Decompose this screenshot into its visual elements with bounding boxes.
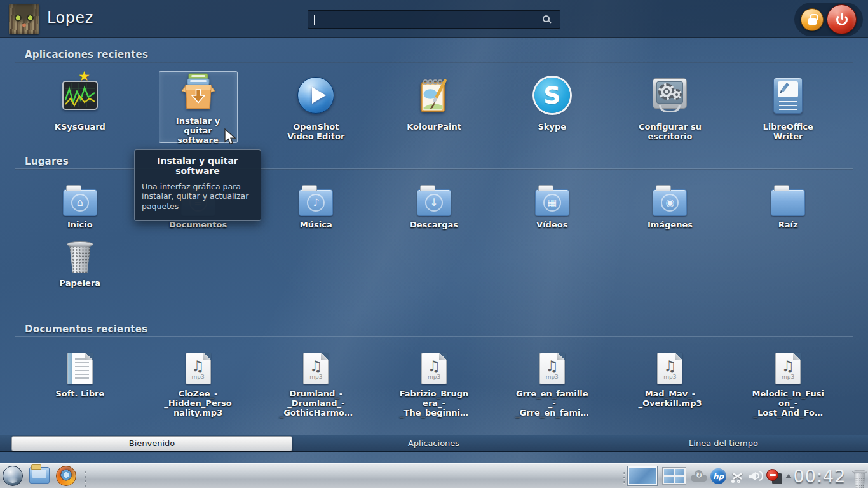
app-item-system-settings[interactable]: Configurar su escritorio bbox=[611, 71, 729, 143]
place-label: Papelera bbox=[60, 278, 101, 288]
doc-item-melodic[interactable]: ♫mp3 Melodic_In_Fusi on_- _Lost_And_Fo… bbox=[729, 351, 847, 424]
mp3-file-icon: ♫mp3 bbox=[775, 353, 801, 384]
user-avatar[interactable] bbox=[9, 4, 39, 34]
lock-icon bbox=[808, 18, 817, 25]
doc-item-mad-mav[interactable]: ♫mp3 Mad_Mav_- _Overkill.mp3 bbox=[611, 351, 729, 424]
app-label: Skype bbox=[538, 122, 566, 132]
volume-icon[interactable] bbox=[749, 470, 764, 482]
doc-item-fabrizio[interactable]: ♫mp3 Fabrizio_Brugn era_- _The_beginni… bbox=[375, 351, 493, 424]
doc-item-soft-libre[interactable]: Soft. Libre bbox=[21, 351, 139, 424]
libreoffice-writer-icon bbox=[773, 78, 803, 114]
folder-music-icon: ♪ bbox=[299, 189, 333, 216]
top-bar: Lopez bbox=[0, 0, 868, 38]
clipboard-scissors-icon[interactable] bbox=[731, 470, 743, 483]
mp3-file-icon: ♫mp3 bbox=[303, 353, 329, 384]
text-caret bbox=[314, 15, 315, 25]
doc-item-grre[interactable]: ♫mp3 Grre_en_famille _- _Grre_en_fami… bbox=[493, 351, 611, 424]
panel-handle[interactable] bbox=[85, 471, 86, 487]
expand-tray-icon[interactable] bbox=[785, 474, 792, 478]
app-label: Configurar su escritorio bbox=[639, 122, 702, 141]
place-label: Documentos bbox=[169, 220, 227, 229]
taskbar: ↻ hp 00:42 bbox=[0, 463, 868, 488]
place-label: Música bbox=[300, 220, 332, 229]
kolourpaint-icon bbox=[417, 76, 451, 114]
doc-label: Mad_Mav_- _Overkill.mp3 bbox=[638, 389, 702, 408]
app-label: LibreOffice Writer bbox=[763, 122, 813, 141]
search-icon bbox=[543, 15, 550, 22]
app-item-kolourpaint[interactable]: KolourPaint bbox=[375, 71, 493, 143]
folder-downloads-icon: ↓ bbox=[417, 189, 451, 216]
places-grid-row2: Papelera bbox=[21, 239, 847, 292]
folder-home-icon: ⌂ bbox=[63, 189, 97, 216]
mp3-file-icon: ♫mp3 bbox=[421, 353, 447, 384]
place-label: Raíz bbox=[778, 220, 798, 229]
separator bbox=[15, 336, 853, 337]
app-label: OpenShot Video Editor bbox=[287, 122, 344, 141]
tab-aplicaciones[interactable]: Aplicaciones bbox=[289, 438, 578, 448]
place-item-root[interactable]: Raíz bbox=[729, 179, 847, 231]
separator bbox=[15, 62, 853, 63]
search-input[interactable] bbox=[308, 11, 560, 28]
app-item-libreoffice-writer[interactable]: LibreOffice Writer bbox=[729, 71, 847, 143]
virtual-desktop-1[interactable] bbox=[628, 466, 657, 485]
openshot-icon bbox=[297, 77, 334, 114]
trash-icon bbox=[67, 241, 93, 274]
place-item-downloads[interactable]: ↓ Descargas bbox=[375, 179, 493, 231]
hp-device-icon[interactable]: hp bbox=[710, 468, 726, 484]
tooltip: Instalar y quitar software Una interfaz … bbox=[134, 149, 261, 221]
favorite-star-icon: ★ bbox=[78, 69, 90, 84]
app-item-install-software[interactable]: Instalar y quitar software bbox=[139, 71, 257, 143]
tooltip-title: Instalar y quitar software bbox=[142, 156, 254, 176]
section-title-recent-apps: Aplicaciones recientes bbox=[25, 49, 148, 60]
doc-label: Soft. Libre bbox=[55, 389, 104, 398]
desktop: { "topbar": { "username": "Lopez", "sear… bbox=[0, 0, 868, 488]
firefox-icon[interactable] bbox=[56, 466, 76, 486]
virtual-desktop-2[interactable] bbox=[662, 467, 686, 485]
mouse-cursor bbox=[224, 128, 238, 147]
search-box[interactable] bbox=[308, 10, 560, 29]
app-item-ksysguard[interactable]: ★ KSysGuard bbox=[21, 71, 139, 143]
app-launcher-icon[interactable] bbox=[3, 466, 23, 486]
place-item-images[interactable]: ◉ Imágenes bbox=[611, 179, 729, 231]
do-not-disturb-icon[interactable] bbox=[766, 469, 782, 484]
app-label: Instalar y quitar software bbox=[176, 116, 220, 145]
doc-label: Drumland_- _Drumland_- _GothicHarmo… bbox=[280, 389, 353, 417]
place-item-trash[interactable]: Papelera bbox=[21, 239, 139, 292]
recent-docs-grid: Soft. Libre ♫mp3 CloZee_- _Hidden_Perso … bbox=[21, 351, 847, 424]
doc-item-clozee[interactable]: ♫mp3 CloZee_- _Hidden_Perso nality.mp3 bbox=[139, 351, 257, 424]
mp3-file-icon: ♫mp3 bbox=[539, 353, 565, 384]
doc-label: Grre_en_famille _- _Grre_en_fami… bbox=[515, 389, 588, 417]
clock[interactable]: 00:42 bbox=[793, 466, 846, 486]
app-label: KolourPaint bbox=[407, 122, 461, 132]
place-item-home[interactable]: ⌂ Inicio bbox=[21, 179, 139, 231]
place-label: Inicio bbox=[67, 220, 93, 229]
panel-handle[interactable] bbox=[623, 472, 625, 483]
folder-videos-icon: ▦ bbox=[535, 189, 569, 216]
place-item-music[interactable]: ♪ Música bbox=[257, 179, 375, 231]
recent-apps-grid: ★ KSysGuard bbox=[21, 71, 847, 143]
section-title-places: Lugares bbox=[25, 156, 69, 167]
app-item-openshot[interactable]: OpenShot Video Editor bbox=[257, 71, 375, 143]
tab-linea-del-tiempo[interactable]: Línea del tiempo bbox=[579, 438, 868, 448]
app-item-skype[interactable]: S Skype bbox=[493, 71, 611, 143]
place-label: Vídeos bbox=[536, 220, 567, 229]
place-item-videos[interactable]: ▦ Vídeos bbox=[493, 179, 611, 231]
section-title-recent-docs: Documentos recientes bbox=[25, 323, 147, 335]
text-document-icon bbox=[67, 353, 93, 384]
folder-images-icon: ◉ bbox=[653, 189, 687, 216]
username: Lopez bbox=[47, 9, 93, 27]
file-manager-icon[interactable] bbox=[29, 467, 50, 484]
lock-button[interactable] bbox=[801, 8, 824, 31]
tooltip-body: Una interfaz gráfica para instalar, quit… bbox=[142, 182, 254, 211]
doc-item-drumland[interactable]: ♫mp3 Drumland_- _Drumland_- _GothicHarmo… bbox=[257, 351, 375, 424]
session-buttons bbox=[794, 3, 863, 36]
place-label: Descargas bbox=[410, 220, 458, 229]
mp3-file-icon: ♫mp3 bbox=[186, 353, 211, 384]
power-button[interactable] bbox=[827, 4, 857, 34]
doc-label: Fabrizio_Brugn era_- _The_beginni… bbox=[400, 389, 469, 417]
tab-bienvenido[interactable]: Bienvenido bbox=[11, 436, 292, 451]
power-icon bbox=[836, 14, 848, 25]
cloud-sync-icon[interactable]: ↻ bbox=[690, 470, 708, 482]
taskbar-trash-icon[interactable] bbox=[852, 470, 867, 488]
system-settings-icon bbox=[653, 78, 687, 112]
